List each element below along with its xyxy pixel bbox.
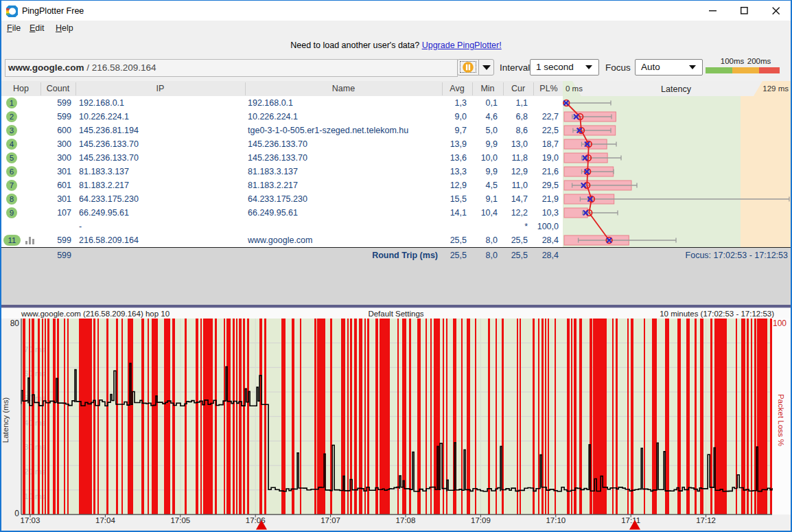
svg-text:17:10: 17:10 [546,516,566,524]
svg-text:0 ms: 0 ms [566,84,583,93]
svg-text:129 ms: 129 ms [762,84,789,93]
svg-text:www.google.com (216.58.209.164: www.google.com (216.58.209.164) hop 10 [21,310,170,318]
svg-text:80: 80 [10,319,20,328]
svg-text:17:12: 17:12 [696,516,716,524]
svg-text:17:08: 17:08 [396,516,416,524]
svg-text:Latency (ms): Latency (ms) [1,397,10,443]
svg-text:17:03: 17:03 [21,516,40,524]
svg-text:100: 100 [773,319,787,328]
svg-text:17:04: 17:04 [95,516,115,524]
svg-text:0: 0 [14,509,19,518]
svg-text:17:11: 17:11 [621,516,640,524]
svg-text:Default Settings: Default Settings [368,310,423,318]
svg-text:Latency: Latency [661,84,692,94]
svg-text:17:09: 17:09 [471,516,491,524]
svg-text:10 minutes (17:02:53 - 17:12:5: 10 minutes (17:02:53 - 17:12:53) [660,310,774,318]
svg-text:Packet Loss %: Packet Loss % [777,394,785,446]
svg-text:17:07: 17:07 [321,516,340,524]
svg-text:17:05: 17:05 [170,516,190,524]
